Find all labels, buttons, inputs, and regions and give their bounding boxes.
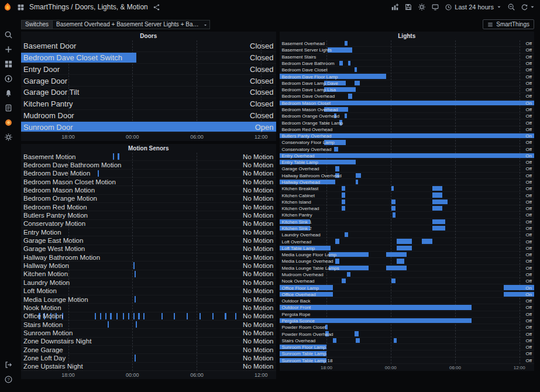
timeline-row[interactable]: Sunroom Table Lamp 18Off [280,357,535,364]
timeline-row[interactable]: Sunroom MotionNo Motion [21,329,276,337]
timeline-row[interactable]: Bedroom Dave BathroomOff [280,60,535,67]
dashboard-squares-icon[interactable] [17,4,25,11]
settings-gear-icon[interactable] [4,133,13,142]
timeline-row[interactable]: Garage DoorClosed [21,75,276,87]
panel-title[interactable]: Lights [280,32,535,40]
timeline-row[interactable]: Basement DoorClosed [21,40,276,52]
timeline-row[interactable]: Zone Downstairs NightNo Motion [21,338,276,346]
timeline-row[interactable]: Powder Room ClosetOff [280,324,535,331]
alerting-bell-icon[interactable] [4,89,13,98]
timeline-row[interactable]: Outdoor FrontOff [280,304,535,311]
timeline-row[interactable]: Garage Door TiltClosed [21,87,276,98]
save-dashboard-button[interactable] [404,3,412,11]
dashboards-icon[interactable] [4,60,13,68]
help-icon[interactable]: ? [4,375,13,384]
timeline-row[interactable]: Bedroom Dave Closet SwitchClosed [21,52,276,64]
timeline-row[interactable]: Bedroom Orange OverheadOff [280,113,535,119]
panel-title[interactable]: Motion Senors [21,144,276,153]
timeline-row[interactable]: Powder Room OverheadOff [280,331,535,337]
add-panel-button[interactable] [391,3,399,11]
timeline-row[interactable]: Butlers Pantry MotionNo Motion [21,211,276,219]
timeline-row[interactable]: Nook MotionNo Motion [21,304,276,312]
timeline-row[interactable]: Pergola RopeOff [280,311,535,318]
timeline-row[interactable]: Mudroom OverheadOff [280,271,535,278]
timeline-row[interactable]: Kitchen PantryClosed [21,98,276,110]
timeline-row[interactable]: Entry DoorClosed [21,64,276,75]
dashboard-settings-button[interactable] [418,3,426,11]
timeline-row[interactable]: Laundry MotionNo Motion [21,278,276,287]
switches-variable-dropdown[interactable]: Switches Basement Overhead + Basement Se… [21,20,210,29]
timeline-row[interactable]: Hallway Bathroom OverheadOff [280,173,535,179]
timeline-row[interactable]: Basement Server LightsOff [280,47,535,53]
timeline-row[interactable]: Entry Table LampOff [280,159,535,166]
timeline-row[interactable]: Basement OverheadOff [280,40,535,47]
timeline-row[interactable]: Mudroom DoorClosed [21,110,276,122]
sign-out-icon[interactable] [4,360,13,369]
timeline-row[interactable]: Kitchen MotionNo Motion [21,270,276,278]
smartthings-menu-button[interactable]: SmartThings [483,19,534,29]
timeline-row[interactable]: Bedroom Dave OverheadOff [280,93,535,99]
timeline-row[interactable]: Basement StairsOff [280,54,535,60]
timeline-row[interactable]: Loft Table LampOff [280,245,535,252]
timeline-row[interactable]: Kitchen CabinetOff [280,192,535,198]
time-range-picker[interactable]: Last 24 hours [445,4,502,11]
timeline-row[interactable]: Outdoor BackOff [280,298,535,304]
timeline-row[interactable]: Media Lounge OverheadOff [280,258,535,264]
timeline-row[interactable]: Bedroom Dave ClosetOff [280,67,535,73]
timeline-row[interactable]: Sunroom Floor LampOff [280,344,535,350]
grafana-logo-icon[interactable] [3,2,12,12]
timeline-row[interactable]: Bedroom Dave Bathroom MotionNo Motion [21,161,276,169]
timeline-row[interactable]: Laundry OverheadOff [280,232,535,238]
timeline-row[interactable]: Hallway OverheadOff [280,179,535,185]
timeline-row[interactable]: Loft OverheadOff [280,238,535,245]
timeline-row[interactable]: Bedroom Mason Closet MotionNo Motion [21,178,276,186]
timeline-row[interactable]: Zone Upstairs NightNo Motion [21,363,276,371]
timeline-row[interactable]: Pergola SconceOff [280,318,535,324]
timeline-row[interactable]: Office MotionNo Motion [21,312,276,321]
timeline-row[interactable]: Hallway Bathroom MotionNo Motion [21,253,276,262]
timeline-row[interactable]: Office OverheadOn [280,291,535,298]
timeline-row[interactable]: Kitchen BreakfastOff [280,185,535,192]
timeline-row[interactable]: Loft MotionNo Motion [21,287,276,295]
share-icon[interactable] [153,4,160,11]
smartthings-plugin-icon[interactable] [4,118,13,127]
timeline-row[interactable]: Garage OverheadOff [280,166,535,172]
timeline-row[interactable]: Entry OverheadOn [280,153,535,159]
timeline-row[interactable]: Garage East MotionNo Motion [21,236,276,245]
timeline-row[interactable]: Office Floor LampOn [280,284,535,291]
timeline-row[interactable]: Nook OverheadOff [280,278,535,284]
timeline-row[interactable]: Kitchen Sink 2Off [280,225,535,232]
timeline-row[interactable]: Bedroom Mason MotionNo Motion [21,186,276,194]
timeline-row[interactable]: Garage West MotionNo Motion [21,245,276,253]
timeline-row[interactable]: Sunroom Table LampOff [280,350,535,357]
timeline-row[interactable]: Bedroom Dave MotionNo Motion [21,170,276,178]
timeline-row[interactable]: Bedroom Mason ClosetOn [280,100,535,106]
timeline-row[interactable]: Bedroom Dave Floor LampOff [280,73,535,80]
timeline-row[interactable]: Butlers Panty OverheadOn [280,133,535,139]
zoom-out-button[interactable] [507,3,515,11]
timeline-row[interactable]: Zone Loft DayNo Motion [21,354,276,362]
timeline-row[interactable]: Bedroom Orange Table LampOff [280,119,535,126]
timeline-row[interactable]: Stairs MotionNo Motion [21,321,276,329]
dashboard-title[interactable]: SmartThings / Doors, Lights, & Motion [29,3,148,11]
timeline-row[interactable]: Bedroom Mason OverheadOff [280,106,535,113]
timeline-row[interactable]: Sunroom DoorOpen [21,121,276,133]
timeline-row[interactable]: Stairs OverheadOff [280,338,535,344]
plus-icon[interactable] [4,45,13,54]
timeline-row[interactable]: Entry MotionNo Motion [21,228,276,236]
explore-compass-icon[interactable] [4,74,13,83]
timeline-row[interactable]: Conservatory OverheadOff [280,146,535,153]
timeline-row[interactable]: Kitchen OverheadOff [280,205,535,212]
cycle-view-button[interactable] [431,3,439,11]
timeline-row[interactable]: Bedroom Red MotionNo Motion [21,203,276,211]
refresh-interval-caret-icon[interactable] [529,4,535,10]
panel-title[interactable]: Doors [21,32,276,40]
timeline-row[interactable]: Bedroom Orange MotionNo Motion [21,195,276,203]
timeline-row[interactable]: Conservatory MotionNo Motion [21,220,276,228]
timeline-row[interactable]: Media Lounge MotionNo Motion [21,295,276,304]
timeline-row[interactable]: Kitchen IslandOff [280,199,535,205]
timeline-row[interactable]: Zone GarageNo Motion [21,346,276,354]
refresh-button[interactable] [521,4,528,11]
search-icon[interactable] [4,30,13,39]
timeline-row[interactable]: Kitchen Sink 1Off [280,219,535,225]
